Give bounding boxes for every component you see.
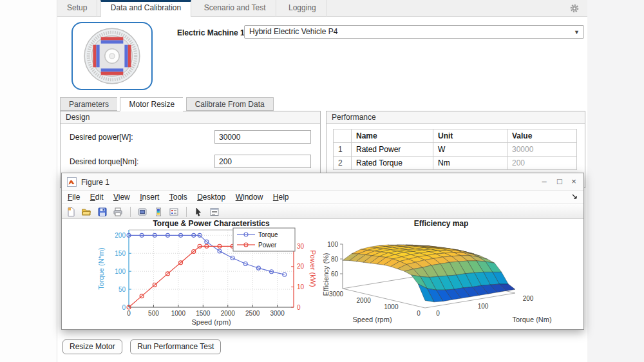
minimize-button[interactable]: – — [537, 173, 551, 190]
toolbar-separator — [130, 207, 131, 217]
performance-table: Name Unit Value 1 Rated Power W 30000 2 … — [333, 129, 577, 170]
svg-text:Speed (rpm): Speed (rpm) — [352, 316, 392, 323]
svg-text:200: 200 — [115, 232, 126, 239]
svg-text:100: 100 — [327, 241, 338, 248]
menu-edit[interactable]: Edit — [90, 193, 104, 202]
svg-text:1500: 1500 — [196, 310, 211, 317]
desired-torque-label: Desired torque[Nm]: — [70, 157, 138, 166]
electric-machine-selected-value: Hybrid Electric Vehicle P4 — [249, 27, 337, 36]
menu-view[interactable]: View — [113, 193, 130, 202]
svg-text:60: 60 — [331, 271, 339, 278]
tab-scenario-and-test[interactable]: Scenario and Test — [194, 0, 276, 17]
toolbar-separator — [186, 207, 187, 217]
svg-text:0: 0 — [436, 310, 440, 317]
svg-text:Power (kW): Power (kW) — [309, 250, 317, 287]
property-editor-icon[interactable] — [208, 206, 221, 218]
svg-text:200: 200 — [523, 295, 534, 302]
main-tabstrip: Setup Data and Calibration Scenario and … — [57, 0, 587, 17]
tab-parameters[interactable]: Parameters — [60, 97, 117, 111]
link-plot-icon[interactable] — [136, 206, 149, 218]
figure-menubar: File Edit View Insert Tools Desktop Wind… — [62, 191, 583, 204]
figure-titlebar[interactable]: Figure 1 – □ × — [62, 173, 583, 191]
matlab-figure-icon — [67, 177, 77, 187]
menu-window[interactable]: Window — [236, 193, 263, 202]
svg-text:80: 80 — [331, 256, 339, 263]
motor-cross-section-icon — [73, 23, 151, 89]
svg-text:Torque (N*m): Torque (N*m) — [97, 247, 105, 289]
resize-tabstrip: Parameters Motor Resize Calibrate From D… — [60, 97, 274, 111]
close-button[interactable]: × — [567, 173, 581, 190]
svg-text:Speed (rpm): Speed (rpm) — [191, 318, 231, 326]
svg-text:3000: 3000 — [270, 310, 285, 317]
run-performance-test-button[interactable]: Run Performance Test — [130, 339, 221, 354]
svg-text:10: 10 — [297, 283, 305, 291]
svg-text:0: 0 — [417, 310, 421, 317]
col-unit: Unit — [433, 129, 507, 143]
figure-canvas: 0500100015002000250030000501001502000102… — [62, 219, 583, 329]
svg-text:Power: Power — [258, 242, 277, 249]
open-file-icon[interactable] — [80, 206, 93, 218]
gear-icon[interactable] — [569, 3, 580, 14]
svg-text:Torque (Nm): Torque (Nm) — [512, 316, 551, 323]
table-row[interactable]: 2 Rated Torque Nm 200 — [334, 157, 577, 170]
svg-text:Efficiency map: Efficiency map — [414, 219, 469, 228]
svg-text:1000: 1000 — [171, 310, 186, 317]
design-panel-title: Design — [61, 111, 320, 124]
electric-machine-select[interactable]: Hybrid Electric Vehicle P4 ▼ — [244, 25, 584, 39]
svg-text:20: 20 — [297, 263, 305, 270]
new-file-icon[interactable] — [64, 206, 77, 218]
figure-window-title: Figure 1 — [81, 178, 109, 187]
pointer-icon[interactable] — [192, 206, 205, 218]
dock-figure-icon[interactable] — [571, 193, 579, 201]
page-right-gutter — [587, 0, 644, 362]
svg-text:100: 100 — [478, 303, 489, 310]
tab-data-and-calibration[interactable]: Data and Calibration — [100, 0, 191, 17]
menu-file[interactable]: File — [68, 193, 80, 202]
menu-tools[interactable]: Tools — [169, 193, 187, 202]
colorbar-icon[interactable] — [152, 206, 165, 218]
print-icon[interactable] — [111, 206, 124, 218]
tab-calibrate-from-data[interactable]: Calibrate From Data — [186, 97, 274, 111]
menu-desktop[interactable]: Desktop — [197, 193, 225, 202]
save-icon[interactable] — [96, 206, 109, 218]
figure-toolbar — [62, 204, 583, 219]
figure-window: Figure 1 – □ × File Edit View Insert Too… — [61, 173, 584, 330]
svg-text:50: 50 — [118, 286, 126, 293]
menu-help[interactable]: Help — [273, 193, 289, 202]
electric-machine-label: Electric Machine 1: — [177, 28, 247, 37]
tab-setup[interactable]: Setup — [57, 0, 97, 17]
col-value: Value — [507, 129, 577, 143]
motor-thumbnail-card — [71, 22, 153, 90]
svg-text:2000: 2000 — [357, 297, 372, 304]
svg-text:0: 0 — [122, 304, 126, 311]
svg-text:Efficiency (%): Efficiency (%) — [322, 252, 330, 296]
svg-text:0: 0 — [127, 310, 131, 317]
performance-header-row: Name Unit Value — [334, 129, 577, 143]
svg-text:1000: 1000 — [384, 303, 399, 310]
desired-power-input[interactable] — [214, 130, 311, 144]
menu-insert[interactable]: Insert — [140, 193, 159, 202]
resize-motor-button[interactable]: Resize Motor — [62, 339, 122, 354]
svg-text:500: 500 — [148, 310, 159, 317]
table-row[interactable]: 1 Rated Power W 30000 — [334, 143, 577, 157]
svg-text:0: 0 — [297, 304, 301, 311]
svg-text:2000: 2000 — [221, 310, 236, 317]
torque-power-chart: 0500100015002000250030000501001502000102… — [67, 219, 325, 329]
efficiency-map-chart: 608010001002000100020003000Efficiency ma… — [319, 219, 583, 329]
performance-panel-title: Performance — [327, 111, 585, 124]
svg-text:3000: 3000 — [329, 291, 344, 298]
insert-legend-icon[interactable] — [167, 206, 180, 218]
desired-torque-input[interactable] — [214, 155, 311, 168]
svg-text:30: 30 — [297, 243, 305, 250]
svg-text:100: 100 — [115, 268, 126, 275]
tab-logging[interactable]: Logging — [279, 0, 327, 17]
desired-power-label: Desired power[W]: — [70, 133, 133, 142]
svg-text:Torque & Power Characteristics: Torque & Power Characteristics — [153, 219, 269, 228]
svg-text:Torque: Torque — [258, 231, 278, 238]
tab-motor-resize[interactable]: Motor Resize — [120, 97, 183, 111]
svg-text:2500: 2500 — [245, 310, 260, 317]
col-name: Name — [352, 129, 433, 143]
dropdown-arrow-icon: ▼ — [574, 26, 580, 39]
svg-text:150: 150 — [115, 250, 126, 257]
maximize-button[interactable]: □ — [553, 173, 567, 190]
